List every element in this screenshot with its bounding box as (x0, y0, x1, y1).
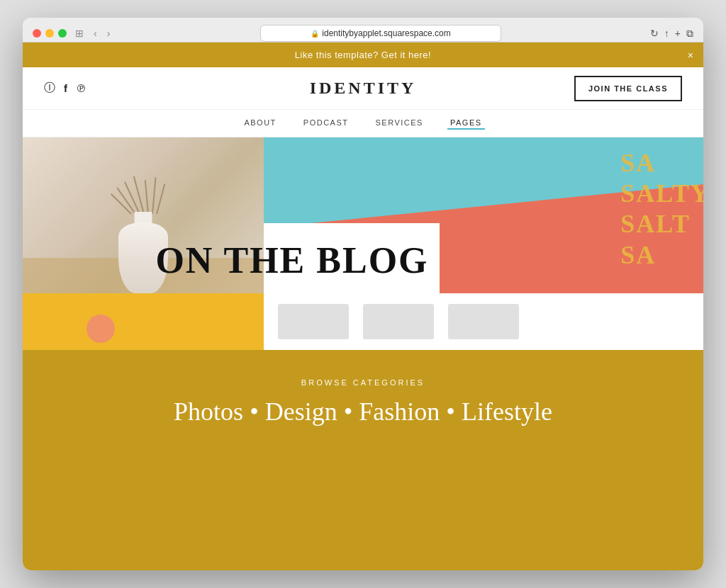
nav-podcast[interactable]: PODCAST (301, 117, 352, 130)
yellow-card (23, 293, 129, 350)
lock-icon: 🔒 (311, 30, 319, 38)
close-button[interactable] (33, 29, 41, 38)
content-left-card (23, 293, 264, 350)
reload-button[interactable]: ↻ (650, 28, 659, 39)
placeholder-card-1 (278, 304, 349, 339)
address-bar[interactable]: 🔒 identitybyapplet.squarespace.com (260, 25, 501, 42)
hero-section: SASALTYSALTSA ON THE BLOG (23, 137, 703, 293)
site-nav: ABOUT PODCAST SERVICES PAGES (23, 110, 703, 137)
placeholder-card-2 (363, 304, 434, 339)
site-header: Ⓘ f ℗ IDENTITY JOIN THE CLASS (23, 67, 703, 110)
back-button[interactable]: ‹ (92, 26, 99, 40)
website-content: Like this template? Get it here! × Ⓘ f ℗… (23, 43, 703, 570)
facebook-link[interactable]: f (64, 82, 67, 94)
browser-window: ⊞ ‹ › 🔒 identitybyapplet.squarespace.com… (23, 18, 703, 570)
pinterest-link[interactable]: ℗ (76, 82, 86, 95)
traffic-lights (33, 29, 67, 38)
placeholder-card-3 (448, 304, 519, 339)
maximize-button[interactable] (58, 29, 67, 38)
url-text: identitybyapplet.squarespace.com (322, 28, 450, 38)
nav-services[interactable]: SERVICES (373, 117, 426, 130)
categories-text: Photos • Design • Fashion • Lifestyle (44, 397, 682, 426)
nav-about[interactable]: ABOUT (241, 117, 279, 130)
new-tab-button[interactable]: + (675, 28, 681, 39)
banner-text: Like this template? Get it here! (295, 50, 431, 60)
blog-title-overlay: ON THE BLOG (23, 242, 703, 279)
share-button[interactable]: ↑ (664, 28, 669, 39)
browser-chrome: ⊞ ‹ › 🔒 identitybyapplet.squarespace.com… (23, 18, 703, 43)
chrome-actions: ↻ ↑ + ⧉ (650, 28, 693, 40)
forward-button[interactable]: › (106, 26, 112, 40)
browse-label: BROWSE CATEGORIES (44, 378, 682, 387)
site-title: IDENTITY (310, 79, 417, 98)
social-icons: Ⓘ f ℗ (44, 81, 86, 96)
banner-close-button[interactable]: × (688, 50, 693, 61)
footer-categories: BROWSE CATEGORIES Photos • Design • Fash… (23, 350, 703, 570)
nav-pages[interactable]: PAGES (447, 117, 485, 130)
copy-button[interactable]: ⧉ (686, 28, 693, 40)
instagram-link[interactable]: Ⓘ (44, 81, 55, 96)
dried-flowers (115, 171, 172, 214)
pink-circle-decor (86, 315, 115, 343)
join-button[interactable]: JOIN THE CLASS (574, 76, 682, 101)
blog-title: ON THE BLOG (155, 240, 428, 281)
content-right-area (264, 293, 703, 350)
promo-banner: Like this template? Get it here! × (23, 43, 703, 67)
minimize-button[interactable] (45, 29, 54, 38)
sidebar-toggle-button[interactable]: ⊞ (74, 26, 85, 40)
content-row (23, 293, 703, 350)
